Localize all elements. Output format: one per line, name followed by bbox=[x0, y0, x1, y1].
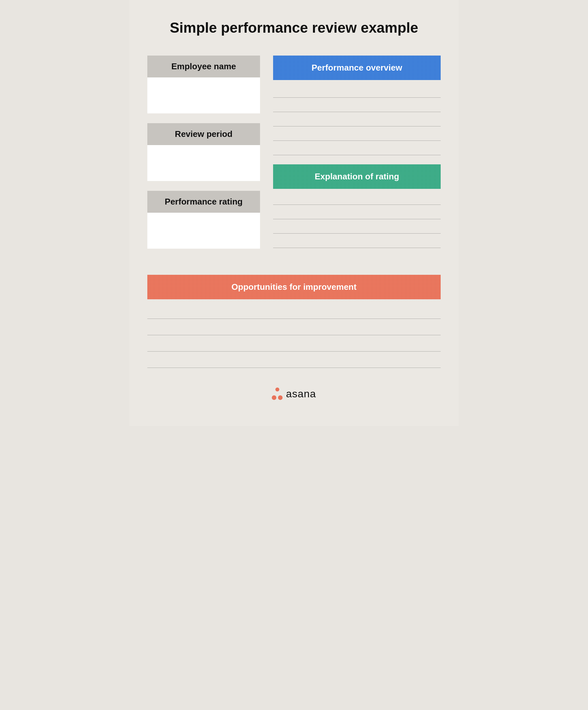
opp-line-1[interactable] bbox=[147, 303, 441, 319]
explanation-of-rating-label: Explanation of rating bbox=[315, 171, 399, 181]
performance-overview-label: Performance overview bbox=[312, 63, 402, 73]
explanation-line-1[interactable] bbox=[273, 190, 441, 205]
line-2[interactable] bbox=[273, 98, 441, 112]
asana-dot-right bbox=[278, 395, 283, 400]
review-period-label-box: Review period bbox=[147, 123, 260, 145]
page-title: Simple performance review example bbox=[147, 20, 441, 36]
line-5[interactable] bbox=[273, 141, 441, 155]
explanation-line-3[interactable] bbox=[273, 219, 441, 234]
asana-dots-icon bbox=[272, 387, 283, 400]
line-1[interactable] bbox=[273, 83, 441, 98]
asana-dot-left bbox=[272, 395, 276, 400]
line-4[interactable] bbox=[273, 126, 441, 141]
performance-overview-lines bbox=[273, 80, 441, 155]
left-column: Employee name Review period Performance … bbox=[147, 55, 260, 258]
performance-rating-label-box: Performance rating bbox=[147, 191, 260, 213]
opportunities-label: Opportunities for improvement bbox=[231, 282, 357, 292]
asana-brand-name: asana bbox=[286, 388, 316, 400]
spacer-1 bbox=[273, 155, 441, 161]
employee-name-label-box: Employee name bbox=[147, 55, 260, 77]
opportunities-header: Opportunities for improvement bbox=[147, 275, 441, 299]
asana-logo: asana bbox=[147, 387, 441, 400]
performance-rating-input[interactable] bbox=[147, 213, 260, 249]
main-content: Employee name Review period Performance … bbox=[147, 55, 441, 258]
line-3[interactable] bbox=[273, 112, 441, 126]
explanation-line-4[interactable] bbox=[273, 234, 441, 248]
review-period-input[interactable] bbox=[147, 145, 260, 181]
opp-line-2[interactable] bbox=[147, 319, 441, 335]
asana-dot-top bbox=[275, 387, 279, 392]
employee-name-input[interactable] bbox=[147, 77, 260, 113]
opp-line-3[interactable] bbox=[147, 335, 441, 352]
explanation-of-rating-header: Explanation of rating bbox=[273, 164, 441, 189]
opp-line-4[interactable] bbox=[147, 352, 441, 368]
page-container: Simple performance review example Employ… bbox=[129, 0, 459, 426]
performance-overview-header: Performance overview bbox=[273, 55, 441, 80]
employee-name-label: Employee name bbox=[172, 62, 236, 71]
opportunities-lines bbox=[147, 299, 441, 368]
right-column: Performance overview Explanation of rati… bbox=[273, 55, 441, 258]
performance-rating-label: Performance rating bbox=[165, 197, 242, 207]
explanation-line-2[interactable] bbox=[273, 205, 441, 219]
opportunities-section: Opportunities for improvement bbox=[147, 275, 441, 368]
review-period-label: Review period bbox=[175, 129, 232, 139]
explanation-lines bbox=[273, 189, 441, 248]
